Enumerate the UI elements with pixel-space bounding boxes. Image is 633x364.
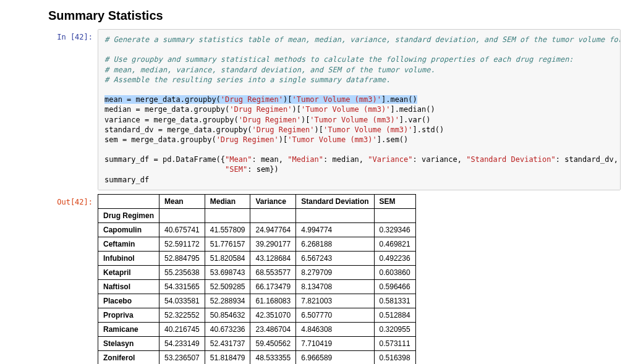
data-cell: 54.331565 xyxy=(159,279,205,294)
data-cell: 48.533355 xyxy=(250,350,296,364)
data-cell: 51.820584 xyxy=(205,251,250,265)
string-literal: "Mean" xyxy=(225,155,252,164)
column-header: Standard Deviation xyxy=(296,194,374,208)
empty-header-cell xyxy=(296,208,374,222)
string-literal: "Median" xyxy=(287,155,323,164)
data-cell: 7.710419 xyxy=(296,336,374,350)
data-cell: 43.128684 xyxy=(250,251,296,265)
string-literal: 'Drug Regimen' xyxy=(229,105,292,114)
code-text: : standard_dv, xyxy=(556,155,618,164)
empty-header-cell xyxy=(159,208,205,222)
code-text: summary_df xyxy=(104,176,149,184)
code-text: : sem}) xyxy=(247,165,279,174)
data-cell: 52.884795 xyxy=(159,251,205,265)
table-row: Naftisol54.33156552.50928566.1734798.134… xyxy=(98,279,416,294)
code-text: )[ xyxy=(315,125,323,134)
data-cell: 40.216745 xyxy=(159,322,205,336)
code-cell: In [42]: # Generate a summary statistics… xyxy=(48,29,621,190)
notebook-page: Summary Statistics In [42]: # Generate a… xyxy=(0,0,633,364)
summary-table: MeanMedianVarianceStandard DeviationSEMD… xyxy=(98,194,416,364)
data-cell: 50.854632 xyxy=(205,308,250,322)
data-cell: 0.596466 xyxy=(374,279,415,294)
data-cell: 7.821003 xyxy=(296,294,374,308)
code-text: ].median() xyxy=(390,105,435,114)
code-text: standard_dv = merge_data.groupby( xyxy=(104,125,252,134)
highlighted-line: mean = merge_data.groupby('Drug Regimen'… xyxy=(104,95,417,104)
data-cell: 0.603860 xyxy=(374,265,415,279)
string-literal: 'Tumor Volume (mm3)' xyxy=(310,116,399,124)
table-row: Propriva52.32255250.85463242.3510706.507… xyxy=(98,308,416,322)
output-cell-body: MeanMedianVarianceStandard DeviationSEMD… xyxy=(98,194,621,364)
code-cell-body[interactable]: # Generate a summary statistics table of… xyxy=(98,29,621,190)
output-cell: Out[42]: MeanMedianVarianceStandard Devi… xyxy=(48,194,621,364)
data-cell: 52.509285 xyxy=(205,279,250,294)
data-cell: 0.516398 xyxy=(374,350,415,364)
data-cell: 0.512884 xyxy=(374,308,415,322)
string-literal: "Standard Deviation" xyxy=(466,155,556,164)
data-cell: 52.431737 xyxy=(205,336,250,350)
empty-header-cell xyxy=(205,208,250,222)
data-cell: 59.450562 xyxy=(250,336,296,350)
string-literal: 'Drug Regimen' xyxy=(252,125,314,134)
row-header: Zoniferol xyxy=(98,350,159,364)
code-text: ].std() xyxy=(413,125,444,134)
data-cell: 0.573111 xyxy=(374,336,415,350)
string-literal: 'Drug Regimen' xyxy=(216,135,279,144)
code-block[interactable]: # Generate a summary statistics table of… xyxy=(98,29,621,190)
code-text: : mean, xyxy=(252,155,287,164)
data-cell: 4.846308 xyxy=(296,322,374,336)
data-cell: 0.469821 xyxy=(374,237,415,251)
code-text: )[ xyxy=(283,95,292,104)
data-cell: 61.168083 xyxy=(250,294,296,308)
code-text: summary_df = pd.DataFrame({ xyxy=(104,155,225,164)
data-cell: 8.134708 xyxy=(296,279,374,294)
string-literal: "SEM" xyxy=(225,165,247,174)
data-cell: 8.279709 xyxy=(296,265,374,279)
code-text: : variance, xyxy=(413,155,467,164)
row-header: Ceftamin xyxy=(98,237,159,251)
input-prompt: In [42]: xyxy=(48,29,98,41)
row-header: Propriva xyxy=(98,308,159,322)
row-header: Placebo xyxy=(98,294,159,308)
data-cell: 41.557809 xyxy=(205,222,250,237)
data-cell: 0.581331 xyxy=(374,294,415,308)
string-literal: 'Drug Regimen' xyxy=(239,116,301,124)
string-literal: 'Tumor Volume (mm3)' xyxy=(323,125,413,134)
data-cell: 0.492236 xyxy=(374,251,415,265)
data-cell: 42.351070 xyxy=(250,308,296,322)
data-cell: 55.235638 xyxy=(159,265,205,279)
code-text: ].sem() xyxy=(377,135,409,144)
code-text xyxy=(104,165,225,174)
data-cell: 40.673236 xyxy=(205,322,250,336)
code-text: )[ xyxy=(292,105,300,114)
code-text: variance = merge_data.groupby( xyxy=(104,116,239,124)
table-row: Stelasyn54.23314952.43173759.4505627.710… xyxy=(98,336,416,350)
code-text: ].mean() xyxy=(381,95,417,104)
data-cell: 0.320955 xyxy=(374,322,415,336)
column-header: Median xyxy=(205,194,250,208)
page-title: Summary Statistics xyxy=(48,9,621,23)
data-cell: 53.698743 xyxy=(205,265,250,279)
table-row: Ketapril55.23563853.69874368.5535778.279… xyxy=(98,265,416,279)
comment: # mean, median, variance, standard devia… xyxy=(104,66,435,74)
data-cell: 6.966589 xyxy=(296,350,374,364)
data-cell: 39.290177 xyxy=(250,237,296,251)
string-literal: 'Tumor Volume (mm3)' xyxy=(301,105,391,114)
data-cell: 51.818479 xyxy=(205,350,250,364)
row-header: Naftisol xyxy=(98,279,159,294)
table-row: Placebo54.03358152.28893461.1680837.8210… xyxy=(98,294,416,308)
code-text: mean = merge_data.groupby( xyxy=(104,95,221,104)
code-text: )[ xyxy=(279,135,287,144)
data-cell: 54.233149 xyxy=(159,336,205,350)
empty-header-cell xyxy=(374,208,415,222)
data-cell: 23.486704 xyxy=(250,322,296,336)
data-cell: 24.947764 xyxy=(250,222,296,237)
code-text: )[ xyxy=(301,116,310,124)
string-literal: 'Drug Regimen' xyxy=(221,95,283,104)
row-header: Stelasyn xyxy=(98,336,159,350)
data-cell: 68.553577 xyxy=(250,265,296,279)
data-cell: 6.268188 xyxy=(296,237,374,251)
data-cell: 6.567243 xyxy=(296,251,374,265)
data-cell: 52.288934 xyxy=(205,294,250,308)
data-cell: 53.236507 xyxy=(159,350,205,364)
